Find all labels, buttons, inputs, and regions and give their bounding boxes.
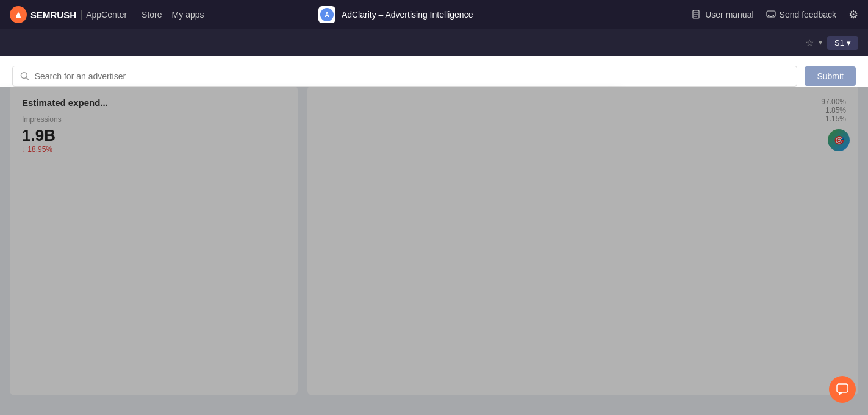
- semrush-icon: [10, 6, 27, 23]
- adclarity-icon: A: [320, 8, 334, 21]
- myapps-link[interactable]: My apps: [172, 10, 204, 20]
- navbar-center: A AdClarity – Advertising Intelligence: [318, 6, 473, 23]
- navbar-right: User manual Send feedback ⚙: [692, 8, 858, 21]
- app-icon: A: [318, 6, 335, 23]
- star-button[interactable]: ☆: [805, 37, 814, 49]
- navbar-links: Store My apps: [142, 10, 204, 20]
- brand-name: SEMRUSH: [30, 10, 76, 20]
- app-title: AdClarity – Advertising Intelligence: [342, 10, 473, 20]
- send-feedback-btn[interactable]: Send feedback: [766, 10, 836, 20]
- send-feedback-label: Send feedback: [780, 10, 836, 20]
- appcenter-label: AppCenter: [86, 10, 127, 20]
- semrush-logo[interactable]: SEMRUSH | AppCenter: [10, 6, 127, 23]
- svg-point-8: [21, 73, 27, 79]
- store-link[interactable]: Store: [142, 10, 162, 20]
- sub-navbar: ☆ ▾ S1 ▾: [0, 29, 868, 56]
- s1-dropdown-button[interactable]: S1 ▾: [827, 36, 858, 50]
- svg-text:A: A: [325, 12, 329, 18]
- search-bar: [12, 66, 797, 87]
- feedback-icon: [766, 10, 776, 20]
- submit-button[interactable]: Submit: [805, 66, 856, 86]
- user-manual-btn[interactable]: User manual: [692, 10, 753, 20]
- search-bar-wrapper: Submit: [12, 66, 856, 87]
- settings-icon[interactable]: ⚙: [848, 8, 858, 21]
- search-icon: [20, 71, 30, 81]
- svg-line-9: [26, 77, 28, 79]
- chevron-label[interactable]: ▾: [819, 38, 822, 47]
- search-area: Submit Advertisers Publishers Campaigns …: [0, 56, 868, 87]
- user-manual-label: User manual: [705, 10, 753, 20]
- nav-divider: |: [80, 9, 82, 20]
- navbar: SEMRUSH | AppCenter Store My apps A AdCl…: [0, 0, 868, 29]
- search-input[interactable]: [35, 71, 790, 81]
- manual-icon: [692, 10, 701, 20]
